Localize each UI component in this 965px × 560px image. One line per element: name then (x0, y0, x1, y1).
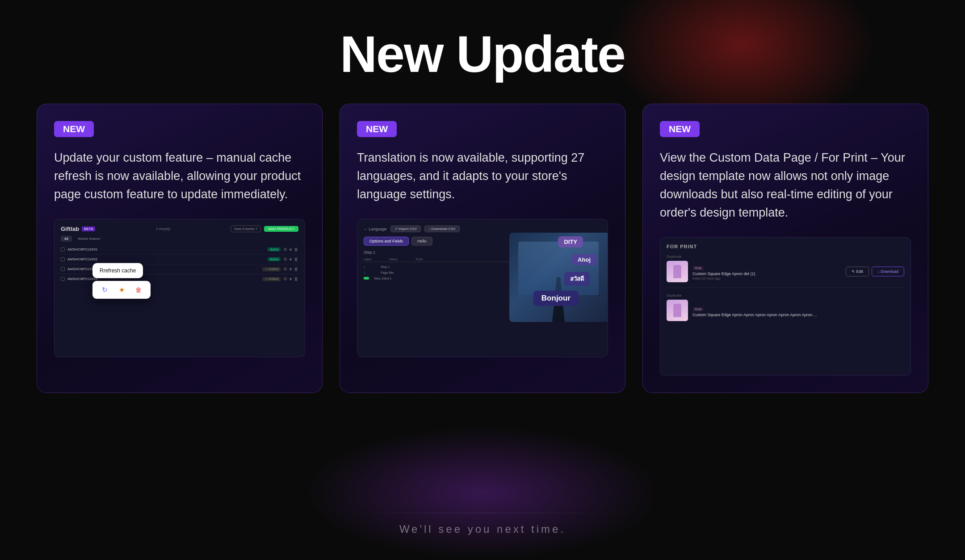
forprint-item-1-info: RGB Custom Square Edge Apron det (1) Edi… (692, 263, 841, 280)
footer-text: We'll see you next time. (0, 523, 965, 535)
add-product-btn[interactable]: ADD PRODUCT (264, 226, 298, 232)
card-1-badge: NEW (54, 121, 94, 137)
action-buttons-popup: ↻ ★ 🗑 (92, 281, 151, 299)
card-3-preview: FOR PRINT Duplicate RGB Custom Square Ed… (660, 237, 911, 376)
card-3-badge: NEW (660, 121, 700, 137)
how-it-works-btn[interactable]: How it works ? (231, 226, 261, 232)
page-header: New Update (0, 0, 965, 104)
tab-options-fields[interactable]: Options and Fields (364, 237, 409, 246)
forprint-thumbnail-1 (667, 261, 688, 282)
bubble-ahoj: Ahoj (572, 254, 596, 265)
card-3-description: View the Custom Data Page / For Print – … (660, 149, 911, 222)
refresh-cache-tooltip: Rrefresh cache (92, 263, 143, 278)
giftlab-logo-text: Giftlab (61, 226, 79, 232)
delete-btn[interactable]: 🗑 (133, 284, 144, 296)
forprint-item-2: Duplicate RGB Custom Square Edge Apron A… (667, 293, 904, 321)
giftlab-logo-badge: BETA (82, 226, 95, 231)
bubble-dity: DITY (558, 236, 583, 247)
forprint-item-2-info: RGB Custom Square Edge Apron Apron Apron… (692, 304, 904, 317)
card-2-preview: ← Language ↗ Import CSV ↓ Download CSV O… (357, 219, 608, 357)
giftlab-header: Giftlab BETA # shopify How it works ? AD… (61, 226, 298, 232)
footer-divider (348, 513, 617, 513)
giftlab-tabs: All Added feature (61, 236, 298, 242)
table-row: AMSHCBP213X01 Active ⚙ ★ 🗑 (61, 245, 298, 255)
forprint-item-1-buttons: ✎ Edit ↓ Download (846, 267, 904, 276)
forprint-item-1-title: Custom Square Edge Apron det (1) (692, 272, 841, 276)
tab-all[interactable]: All (61, 236, 72, 242)
tab-added-feature[interactable]: Added feature (74, 236, 104, 242)
forprint-header: FOR PRINT (667, 244, 904, 249)
card-2-badge: NEW (357, 121, 397, 137)
card-1: NEW Update your custom feature – manual … (37, 104, 323, 393)
tooltip-text: Rrefresh cache (100, 267, 136, 274)
card-1-description: Update your custom feature – manual cach… (54, 149, 305, 204)
giftlab-shopify: # shopify (156, 227, 170, 231)
trans-import[interactable]: ↗ Import CSV (390, 226, 421, 232)
forprint-item-2-title: Custom Square Edge Apron Apron Apron Apr… (692, 313, 818, 317)
forprint-edit-btn-1[interactable]: ✎ Edit (846, 267, 869, 276)
card-2-description: Translation is now available, supporting… (357, 149, 608, 204)
forprint-item-1-label: Duplicate (667, 255, 904, 259)
forprint-rgb-badge-2: RGB (692, 307, 704, 311)
forprint-item-1: Duplicate RGB Custom Square Edge Apron d… (667, 255, 904, 282)
card-2: NEW Translation is now available, suppor… (340, 104, 625, 393)
forprint-item-2-label: Duplicate (667, 293, 904, 297)
page-title: New Update (0, 25, 965, 84)
bubble-sawatdee: สวัสดี (564, 272, 590, 286)
refresh-btn[interactable]: ↻ (99, 284, 110, 296)
trans-header: ← Language ↗ Import CSV ↓ Download CSV (364, 226, 601, 232)
trans-back[interactable]: ← Language (364, 227, 387, 231)
bubble-bonjour: Bonjour (533, 291, 579, 306)
forprint-thumbnail-2 (667, 300, 688, 321)
card-1-preview: Giftlab BETA # shopify How it works ? AD… (54, 219, 305, 357)
cards-container: NEW Update your custom feature – manual … (0, 104, 965, 393)
forprint-download-btn-1[interactable]: ↓ Download (872, 267, 904, 276)
star-btn[interactable]: ★ (116, 284, 127, 296)
trans-download[interactable]: ↓ Download CSV (424, 226, 459, 232)
forprint-rgb-badge-1: RGB (692, 266, 704, 270)
tab-hello[interactable]: Hello (411, 237, 432, 246)
card-3: NEW View the Custom Data Page / For Prin… (642, 104, 928, 393)
forprint-item-1-subtitle: Edited 20 hours ago (692, 277, 841, 280)
